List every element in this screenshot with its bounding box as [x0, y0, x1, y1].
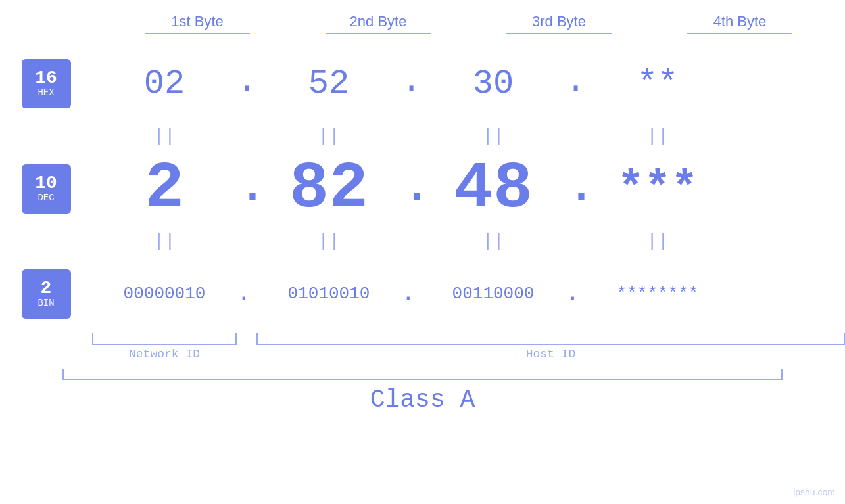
- equals-row-2: || || || ||: [92, 225, 845, 258]
- byte-headers-row: 1st Byte 2nd Byte 3rd Byte 4th Byte: [107, 13, 831, 30]
- eq-1-1: ||: [92, 126, 237, 147]
- dec-val-4: ***: [617, 164, 698, 214]
- bin-dot-1: .: [237, 281, 256, 308]
- hex-dot-1: .: [237, 62, 256, 104]
- dec-val-2: 82: [289, 152, 368, 226]
- dec-val-3: 48: [454, 152, 533, 226]
- dec-row: 2 . 82 . 48 . ***: [92, 152, 845, 225]
- byte-header-4: 4th Byte: [667, 13, 812, 30]
- eq-1-3: ||: [421, 126, 566, 147]
- eq-2-4: ||: [585, 231, 730, 252]
- badges-column: 16 HEX 10 DEC 2 BIN: [0, 47, 92, 330]
- dec-cell-1: 2: [92, 152, 237, 226]
- bin-cell-3: 00110000: [421, 284, 566, 304]
- host-id-label: Host ID: [256, 348, 845, 361]
- dec-cell-4: ***: [585, 164, 730, 214]
- eq-2-1: ||: [92, 231, 237, 252]
- bin-badge-label: BIN: [37, 298, 54, 309]
- bin-val-3: 00110000: [452, 284, 535, 304]
- main-container: 1st Byte 2nd Byte 3rd Byte 4th Byte 16 H…: [0, 0, 845, 504]
- bin-dot-3: .: [566, 281, 585, 308]
- bin-val-2: 01010010: [288, 284, 370, 304]
- hex-badge: 16 HEX: [22, 59, 71, 108]
- eq-1-2: ||: [256, 126, 401, 147]
- dec-cell-3: 48: [421, 152, 566, 226]
- full-bottom-bracket: [62, 369, 783, 380]
- dec-cell-2: 82: [256, 152, 401, 226]
- hex-cell-1: 02: [92, 64, 237, 103]
- host-id-bracket: [256, 333, 845, 345]
- bin-badge-row: 2 BIN: [22, 258, 71, 330]
- bracket-3: [506, 33, 612, 34]
- bin-cell-2: 01010010: [256, 284, 401, 304]
- data-rows: 02 . 52 . 30 . ** || ||: [92, 47, 845, 330]
- bin-badge-num: 2: [41, 279, 52, 298]
- network-id-bracket: [92, 333, 237, 345]
- hex-val-2: 52: [308, 64, 349, 103]
- hex-val-1: 02: [144, 64, 185, 103]
- dec-badge-row: 10 DEC: [22, 152, 71, 225]
- eq-1-4: ||: [585, 126, 730, 147]
- byte-header-2: 2nd Byte: [306, 13, 450, 30]
- hex-cell-4: **: [585, 64, 730, 103]
- dec-badge-label: DEC: [37, 193, 54, 204]
- hex-dot-3: .: [566, 62, 585, 104]
- bin-dot-2: .: [401, 281, 421, 308]
- bin-badge: 2 BIN: [22, 269, 71, 319]
- watermark: ipshu.com: [793, 487, 835, 497]
- dec-dot-1: .: [237, 156, 256, 221]
- hex-cell-2: 52: [256, 64, 401, 103]
- byte-header-3: 3rd Byte: [487, 13, 631, 30]
- bin-cell-4: ********: [585, 284, 730, 304]
- byte-header-1: 1st Byte: [125, 13, 270, 30]
- bracket-2: [326, 33, 431, 34]
- class-label: Class A: [370, 386, 475, 414]
- bracket-4: [687, 33, 792, 34]
- dec-badge-num: 10: [35, 174, 57, 193]
- bin-val-1: 00000010: [124, 284, 206, 304]
- bracket-1: [145, 33, 250, 34]
- dec-badge: 10 DEC: [22, 164, 71, 214]
- hex-badge-label: HEX: [37, 87, 54, 99]
- eq-2-3: ||: [421, 231, 566, 252]
- hex-row: 02 . 52 . 30 . **: [92, 47, 845, 120]
- hex-cell-3: 30: [421, 64, 566, 103]
- hex-val-4: **: [637, 64, 678, 103]
- main-grid: 16 HEX 10 DEC 2 BIN: [0, 47, 845, 330]
- equals-row-1: || || || ||: [92, 120, 845, 152]
- hex-badge-row: 16 HEX: [22, 47, 71, 120]
- hex-badge-num: 16: [35, 69, 57, 87]
- dec-val-1: 2: [145, 152, 184, 226]
- bin-cell-1: 00000010: [92, 284, 237, 304]
- hex-dot-2: .: [401, 62, 421, 104]
- dec-dot-2: .: [401, 156, 421, 221]
- dec-dot-3: .: [566, 156, 585, 221]
- eq-2-2: ||: [256, 231, 401, 252]
- network-id-label: Network ID: [92, 348, 237, 361]
- top-brackets: [107, 33, 831, 34]
- id-labels-row: Network ID Host ID: [92, 348, 845, 361]
- bin-val-4: ********: [617, 284, 699, 304]
- bin-row: 00000010 . 01010010 . 00110000 . *******…: [92, 258, 845, 330]
- hex-val-3: 30: [473, 64, 514, 103]
